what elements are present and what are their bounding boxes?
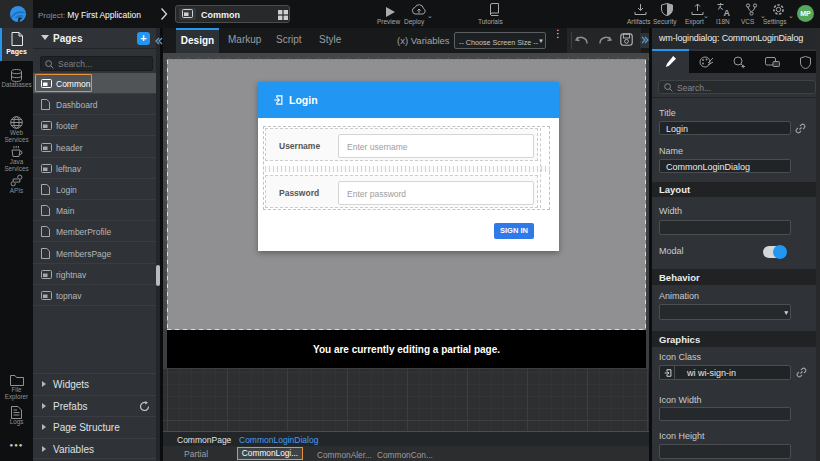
- svg-text:A: A: [724, 8, 731, 17]
